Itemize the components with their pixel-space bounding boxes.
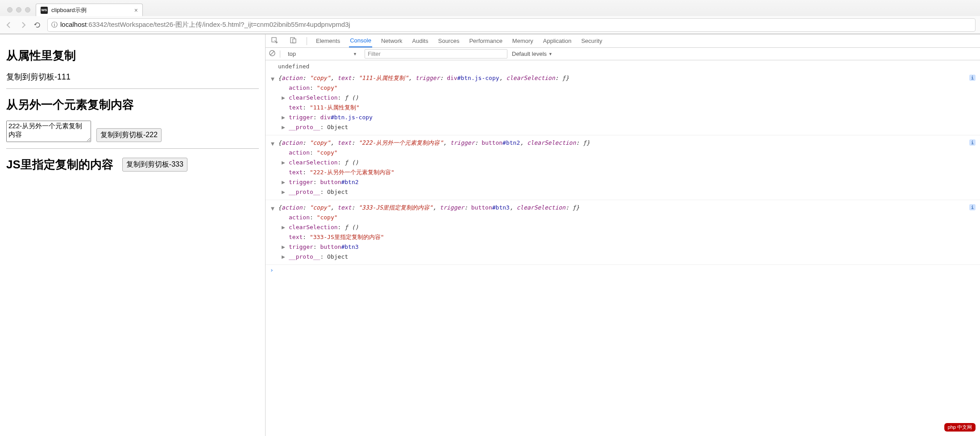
chevron-down-icon: ▼ [353, 52, 357, 56]
svg-rect-2 [293, 39, 296, 43]
address-bar[interactable]: ⓘ localhost:63342/testWorkspace/test26-图… [47, 18, 976, 32]
minimize-window-icon[interactable] [16, 7, 21, 13]
copy-button-222[interactable]: 复制到剪切板-222 [96, 128, 162, 142]
log-detail-__proto__[interactable]: ▶__proto__: Object [266, 252, 980, 262]
log-detail-action: action: "copy" [266, 213, 980, 222]
copy-link-111[interactable]: 复制到剪切板-111 [6, 71, 259, 82]
window-controls [4, 7, 36, 16]
info-icon[interactable]: i [969, 204, 976, 210]
main-split: 从属性里复制 复制到剪切板-111 从另外一个元素复制内容 222-从另外一个元… [0, 34, 980, 436]
url-text: localhost:63342/testWorkspace/test26-图片上… [60, 21, 350, 29]
log-summary[interactable]: ▼{action: "copy", text: "333-JS里指定复制的内容"… [266, 203, 980, 213]
caret-right-icon: ▶ [282, 252, 285, 262]
console-log-group[interactable]: ▼{action: "copy", text: "111-从属性复制", tri… [266, 71, 980, 135]
tab-performance[interactable]: Performance [468, 34, 503, 47]
caret-right-icon: ▶ [282, 122, 285, 132]
devtools-tab-bar: Elements Console Network Audits Sources … [266, 34, 980, 48]
info-icon[interactable]: ⓘ [51, 21, 58, 29]
log-detail-text: text: "222-从另外一个元素复制内容" [266, 168, 980, 177]
copy-button-333[interactable]: 复制到剪切板-333 [122, 158, 187, 172]
tab-sources[interactable]: Sources [437, 34, 461, 47]
context-selector[interactable]: top ▼ [285, 49, 360, 59]
log-detail-action: action: "copy" [266, 83, 980, 93]
caret-right-icon: ▶ [282, 93, 285, 103]
log-detail-clearSelection[interactable]: ▶clearSelection: ƒ () [266, 93, 980, 103]
tab-network[interactable]: Network [380, 34, 403, 47]
console-output[interactable]: undefined ▼{action: "copy", text: "111-从… [266, 60, 980, 436]
log-detail-clearSelection[interactable]: ▶clearSelection: ƒ () [266, 158, 980, 168]
clear-console-icon[interactable] [269, 50, 275, 58]
log-detail-text: text: "111-从属性复制" [266, 103, 980, 113]
console-prompt[interactable]: › [266, 265, 980, 275]
log-summary[interactable]: ▼{action: "copy", text: "111-从属性复制", tri… [266, 73, 980, 83]
divider [6, 88, 259, 89]
console-log-group[interactable]: ▼{action: "copy", text: "222-从另外一个元素复制内容… [266, 135, 980, 200]
log-detail-clearSelection[interactable]: ▶clearSelection: ƒ () [266, 222, 980, 232]
caret-right-icon: ▶ [282, 187, 285, 197]
close-window-icon[interactable] [7, 7, 12, 13]
console-filter-bar: top ▼ Filter Default levels ▼ [266, 48, 980, 60]
caret-right-icon: ▶ [282, 222, 285, 232]
close-tab-icon[interactable]: × [134, 7, 138, 14]
console-log-group[interactable]: ▼{action: "copy", text: "333-JS里指定复制的内容"… [266, 200, 980, 265]
svg-line-4 [270, 51, 274, 55]
log-detail-__proto__[interactable]: ▶__proto__: Object [266, 187, 980, 197]
log-detail-trigger[interactable]: ▶trigger: button#btn2 [266, 177, 980, 187]
tab-console[interactable]: Console [349, 34, 372, 47]
filter-input[interactable]: Filter [365, 49, 507, 59]
devtools-panel: Elements Console Network Audits Sources … [266, 34, 980, 436]
divider [280, 50, 280, 58]
tab-elements[interactable]: Elements [315, 34, 341, 47]
browser-chrome: WS clipboard示例 × ⓘ localhost:63342/testW… [0, 0, 980, 34]
info-icon[interactable]: i [969, 75, 976, 81]
heading-copy-from-element: 从另外一个元素复制内容 [6, 97, 259, 113]
log-detail-action: action: "copy" [266, 148, 980, 158]
tab-memory[interactable]: Memory [511, 34, 534, 47]
log-detail-trigger[interactable]: ▶trigger: div#btn.js-copy [266, 113, 980, 122]
log-level-selector[interactable]: Default levels ▼ [512, 50, 552, 57]
tab-application[interactable]: Application [542, 34, 573, 47]
watermark: php 中文网 [944, 423, 976, 432]
caret-down-icon: ▼ [271, 75, 274, 82]
reload-icon[interactable] [33, 21, 42, 29]
caret-right-icon: ▶ [282, 242, 285, 252]
page-content: 从属性里复制 复制到剪切板-111 从另外一个元素复制内容 222-从另外一个元… [0, 34, 266, 436]
console-line-undefined: undefined [266, 62, 980, 71]
chevron-down-icon: ▼ [548, 52, 552, 56]
device-toggle-icon[interactable] [288, 37, 299, 45]
tab-title: clipboard示例 [51, 6, 131, 14]
heading-copy-from-attribute: 从属性里复制 [6, 48, 259, 63]
tab-security[interactable]: Security [580, 34, 603, 47]
heading-copy-from-js: JS里指定复制的内容 [6, 157, 113, 172]
caret-right-icon: ▶ [282, 158, 285, 168]
caret-right-icon: ▶ [282, 177, 285, 187]
log-detail-__proto__[interactable]: ▶__proto__: Object [266, 122, 980, 132]
info-icon[interactable]: i [969, 139, 976, 146]
inspect-icon[interactable] [269, 37, 280, 45]
textarea-222[interactable]: 222-从另外一个元素复制内容 [6, 121, 91, 142]
back-icon[interactable] [4, 21, 13, 29]
maximize-window-icon[interactable] [25, 7, 30, 13]
caret-down-icon: ▼ [271, 205, 274, 212]
forward-icon[interactable] [19, 21, 28, 29]
log-summary[interactable]: ▼{action: "copy", text: "222-从另外一个元素复制内容… [266, 138, 980, 148]
favicon-icon: WS [41, 7, 48, 14]
divider [307, 37, 307, 45]
log-detail-trigger[interactable]: ▶trigger: button#btn3 [266, 242, 980, 252]
nav-bar: ⓘ localhost:63342/testWorkspace/test26-图… [0, 16, 980, 34]
caret-down-icon: ▼ [271, 140, 274, 147]
divider [6, 148, 259, 149]
tab-bar: WS clipboard示例 × [0, 0, 980, 16]
tab-audits[interactable]: Audits [411, 34, 429, 47]
caret-right-icon: ▶ [282, 113, 285, 122]
browser-tab[interactable]: WS clipboard示例 × [36, 4, 143, 16]
log-detail-text: text: "333-JS里指定复制的内容" [266, 232, 980, 242]
